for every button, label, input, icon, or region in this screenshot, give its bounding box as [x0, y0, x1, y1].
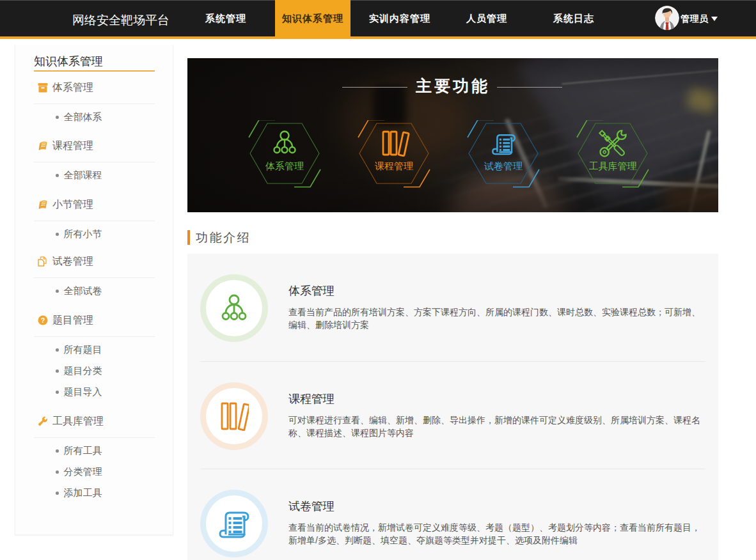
svg-text:?: ?	[41, 317, 45, 324]
